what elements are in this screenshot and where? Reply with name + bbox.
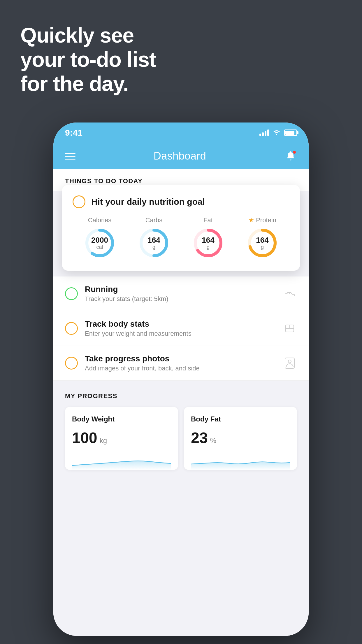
status-bar: 9:41 — [53, 123, 309, 143]
calories-unit: cal — [91, 244, 108, 250]
nutrition-calories: Calories 2000 cal — [84, 216, 116, 259]
protein-label-group: ★ Protein — [248, 216, 276, 224]
task-circle-body-stats — [65, 322, 78, 335]
body-stats-text: Track body stats Enter your weight and m… — [85, 319, 275, 337]
task-circle-running — [65, 287, 78, 300]
photos-text: Take progress photos Add images of your … — [85, 354, 275, 372]
progress-section-title: MY PROGRESS — [65, 392, 297, 400]
list-item[interactable]: Running Track your stats (target: 5km) — [53, 276, 309, 311]
battery-icon — [284, 130, 297, 136]
svg-point-12 — [288, 360, 291, 363]
person-icon — [282, 356, 297, 370]
signal-bars-icon — [259, 130, 269, 136]
protein-unit: g — [256, 244, 268, 250]
photos-subtitle: Add images of your front, back, and side — [85, 365, 275, 372]
fat-value: 164 — [202, 236, 214, 244]
menu-button[interactable] — [65, 153, 75, 160]
card-header: Hit your daily nutrition goal — [73, 195, 289, 208]
body-weight-value: 100 kg — [72, 429, 171, 447]
progress-cards: Body Weight 100 kg — [65, 407, 297, 470]
calories-label: Calories — [88, 216, 112, 224]
body-fat-title: Body Fat — [191, 415, 290, 423]
protein-value: 164 — [256, 236, 268, 244]
shoe-icon — [282, 286, 297, 301]
fat-donut: 164 g — [192, 227, 224, 259]
notification-badge — [292, 150, 296, 154]
nutrition-card-title: Hit your daily nutrition goal — [91, 197, 205, 207]
list-item[interactable]: Track body stats Enter your weight and m… — [53, 311, 309, 346]
body-weight-title: Body Weight — [72, 415, 171, 423]
photos-title: Take progress photos — [85, 354, 275, 363]
carbs-donut: 164 g — [138, 227, 170, 259]
body-stats-title: Track body stats — [85, 319, 275, 329]
status-icons — [259, 129, 297, 137]
body-weight-card[interactable]: Body Weight 100 kg — [65, 407, 178, 470]
body-fat-chart — [191, 452, 290, 470]
body-fat-card[interactable]: Body Fat 23 % — [184, 407, 297, 470]
protein-label: Protein — [256, 216, 276, 224]
list-item[interactable]: Take progress photos Add images of your … — [53, 346, 309, 381]
nutrition-carbs: Carbs 164 g — [138, 216, 170, 259]
carbs-unit: g — [147, 244, 160, 250]
nutrition-fat: Fat 164 g — [192, 216, 224, 259]
phone-content: THINGS TO DO TODAY Hit your daily nutrit… — [53, 169, 309, 636]
carbs-label: Carbs — [145, 216, 163, 224]
body-fat-number: 23 — [191, 429, 208, 447]
body-weight-chart — [72, 452, 171, 470]
body-stats-subtitle: Enter your weight and measurements — [85, 330, 275, 337]
nutrition-circles: Calories 2000 cal Carbs — [73, 216, 289, 259]
nutrition-protein: ★ Protein 164 g — [246, 216, 278, 259]
protein-donut: 164 g — [246, 227, 278, 259]
body-fat-value: 23 % — [191, 429, 290, 447]
running-text: Running Track your stats (target: 5km) — [85, 285, 275, 303]
task-circle-nutrition[interactable] — [73, 195, 85, 208]
fat-label: Fat — [203, 216, 213, 224]
star-icon: ★ — [248, 216, 254, 224]
running-title: Running — [85, 285, 275, 294]
wifi-icon — [273, 129, 281, 137]
body-fat-unit: % — [210, 437, 216, 445]
carbs-value: 164 — [147, 236, 160, 244]
status-time: 9:41 — [65, 128, 82, 138]
notification-bell-button[interactable] — [284, 150, 297, 162]
calories-value: 2000 — [91, 236, 108, 244]
running-subtitle: Track your stats (target: 5km) — [85, 295, 275, 303]
nutrition-card: Hit your daily nutrition goal Calories 2… — [62, 185, 300, 271]
body-weight-unit: kg — [100, 437, 107, 445]
hero-text: Quickly see your to-do list for the day. — [20, 23, 156, 96]
body-weight-number: 100 — [72, 429, 97, 447]
scale-icon — [282, 321, 297, 336]
section-title-today: THINGS TO DO TODAY — [65, 177, 297, 185]
fat-unit: g — [202, 244, 214, 250]
task-circle-photos — [65, 357, 78, 370]
phone-mockup: 9:41 Dashboard — [53, 123, 309, 636]
nav-title: Dashboard — [154, 150, 206, 162]
nav-bar: Dashboard — [53, 143, 309, 169]
calories-donut: 2000 cal — [84, 227, 116, 259]
todo-list: Running Track your stats (target: 5km) T… — [53, 276, 309, 381]
progress-section: MY PROGRESS Body Weight 100 kg — [53, 381, 309, 470]
